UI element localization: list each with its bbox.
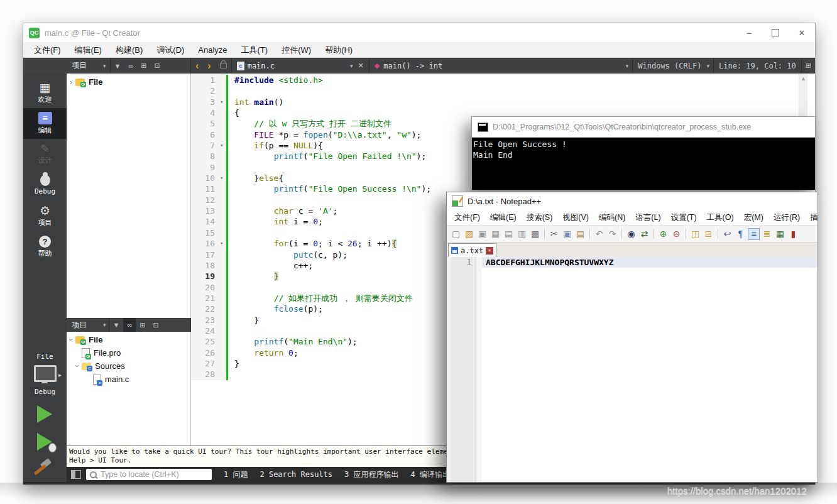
mode-help[interactable]: ? 帮助 [23, 231, 67, 262]
panel-title[interactable]: 项目 [72, 320, 87, 331]
save-icon[interactable]: ▣ [476, 228, 488, 240]
word-wrap-icon[interactable]: ↩ [721, 228, 733, 240]
fold-marker-icon[interactable]: ▾ [217, 97, 226, 107]
run-button[interactable] [37, 405, 52, 423]
fold-marker-icon[interactable]: ▾ [217, 173, 226, 184]
menu-analyze[interactable]: Analyze [191, 42, 234, 58]
output-pane-issues[interactable]: 1 问题 [224, 469, 248, 480]
fold-marker-icon[interactable]: ▾ [217, 140, 226, 151]
link-icon[interactable]: ∞ [124, 58, 137, 74]
split-new-icon[interactable]: ⊞ [137, 58, 150, 74]
collapse-panel-icon[interactable]: ⊡ [150, 58, 163, 74]
maximize-button[interactable] [762, 23, 789, 42]
show-all-chars-icon[interactable]: ¶ [735, 228, 747, 240]
npp-menu-file[interactable]: 文件(F) [449, 212, 485, 223]
menu-file[interactable]: 文件(F) [27, 42, 68, 58]
mode-edit[interactable]: ≡ 编辑 [23, 108, 67, 139]
tree-item-project-root[interactable]: › Qt File [67, 333, 190, 346]
tree-item-sources[interactable]: › C Sources [67, 359, 190, 373]
tree-item-main-c[interactable]: c main.c [67, 373, 190, 386]
menu-window[interactable]: 控件(W) [275, 42, 318, 58]
close-all-icon[interactable]: ▥ [516, 228, 528, 240]
tab-a-txt[interactable]: a.txt ✕ [448, 243, 496, 257]
zoom-out-icon[interactable]: ⊖ [670, 228, 682, 240]
output-pane-compile[interactable]: 4 编译输出 [411, 469, 447, 480]
npp-menu-run[interactable]: 运行(R) [769, 212, 805, 223]
sync-vertical-icon[interactable]: ◫ [689, 228, 701, 240]
split-new-icon[interactable]: ⊞ [136, 318, 149, 332]
document-line[interactable]: 1 ABCDEFGHIJKLMNOPQRSTUVWXYZ [447, 257, 818, 268]
filter-icon[interactable]: ▼ [110, 58, 125, 74]
chevron-down-icon[interactable]: ▾ [103, 63, 106, 69]
close-button[interactable]: ✕ [789, 23, 815, 42]
chevron-right-icon[interactable]: › [67, 77, 75, 87]
menu-build[interactable]: 构建(B) [109, 42, 150, 58]
chevron-open-icon[interactable]: › [67, 336, 76, 344]
replace-icon[interactable]: ⇄ [638, 228, 650, 240]
mode-projects[interactable]: ⚙ 项目 [23, 200, 67, 231]
code-line[interactable]: 1#include <stdio.h> [191, 75, 807, 85]
function-list-icon[interactable]: ≣ [761, 228, 773, 240]
open-folder-icon[interactable]: ▨ [463, 228, 475, 240]
indent-guide-icon[interactable]: ≡ [748, 228, 760, 240]
zoom-in-icon[interactable]: ⊕ [657, 228, 669, 240]
code-line[interactable]: 2 [191, 85, 807, 96]
save-all-icon[interactable]: ▦ [490, 228, 501, 240]
sync-horizontal-icon[interactable]: ⊟ [703, 228, 714, 240]
panel-title[interactable]: 项目 [72, 60, 87, 71]
close-document-icon[interactable]: ✕ [353, 62, 369, 70]
forward-icon[interactable]: › [203, 59, 215, 73]
find-icon[interactable]: ◉ [625, 228, 637, 240]
filter-icon[interactable]: ▼ [109, 318, 124, 332]
npp-menu-plugins[interactable]: 插件(P) [805, 212, 818, 223]
npp-menu-language[interactable]: 语言(L) [630, 212, 665, 223]
doc-switcher-icon[interactable]: ▮ [787, 228, 799, 240]
npp-menu-settings[interactable]: 设置(T) [666, 212, 702, 223]
doc-map-icon[interactable]: ▦ [774, 228, 786, 240]
copy-icon[interactable]: ▣ [561, 228, 573, 240]
mode-welcome[interactable]: ▦ 欢迎 [23, 77, 67, 108]
paste-icon[interactable]: ▤ [574, 228, 586, 240]
menu-tools[interactable]: 工具(T) [234, 42, 275, 58]
cut-icon[interactable]: ✂ [548, 228, 560, 240]
npp-menu-search[interactable]: 搜索(S) [522, 212, 558, 223]
npp-menu-view[interactable]: 视图(V) [557, 212, 594, 223]
npp-document[interactable]: 1 ABCDEFGHIJKLMNOPQRSTUVWXYZ [447, 257, 818, 482]
mode-debug[interactable]: Debug [23, 170, 67, 200]
close-icon[interactable]: ▤ [503, 228, 515, 240]
npp-menu-tools[interactable]: 工具(O) [702, 212, 739, 223]
line-ending-selector[interactable]: Windows (CRLF) ▾ [633, 58, 714, 74]
collapse-panel-icon[interactable]: ⊡ [149, 318, 162, 332]
output-pane-search[interactable]: 2 Search Results [260, 470, 332, 479]
chevron-down-icon[interactable]: ▾ [103, 322, 106, 328]
fold-marker-icon[interactable]: ▾ [217, 238, 226, 249]
npp-menu-macro[interactable]: 宏(M) [739, 212, 769, 223]
locator-input[interactable] [99, 469, 202, 479]
code-line[interactable]: 3▾int main() [191, 97, 807, 107]
chevron-open-icon[interactable]: › [73, 362, 82, 371]
npp-menu-encoding[interactable]: 编码(N) [594, 212, 630, 223]
document-empty-area[interactable] [447, 268, 818, 482]
split-editor-control[interactable]: ⊞ [802, 58, 815, 74]
kit-monitor-icon[interactable] [34, 365, 57, 382]
minimize-button[interactable]: – [736, 23, 762, 42]
chevron-down-icon[interactable]: ▾ [626, 63, 629, 69]
print-icon[interactable]: ▩ [529, 228, 541, 240]
symbol-selector[interactable]: ◆ main() -> int ▾ [369, 58, 633, 74]
tree-item-pro-file[interactable]: Qt File.pro [67, 346, 190, 359]
redo-icon[interactable]: ↷ [606, 228, 618, 240]
npp-menu-edit[interactable]: 编辑(E) [485, 212, 522, 223]
tab-close-icon[interactable]: ✕ [486, 247, 493, 255]
menu-edit[interactable]: 编辑(E) [68, 42, 109, 58]
build-button[interactable] [32, 458, 55, 479]
menu-debug[interactable]: 调试(D) [150, 42, 191, 58]
locator-box[interactable] [86, 469, 212, 480]
output-pane-app-output[interactable]: 3 应用程序输出 [344, 469, 398, 480]
undo-icon[interactable]: ↶ [593, 228, 605, 240]
link-icon[interactable]: ∞ [123, 318, 136, 332]
open-file-tab[interactable]: c main.c ▾ ✕ [232, 58, 369, 74]
back-icon[interactable]: ‹ [191, 59, 203, 73]
tree-item-project-root[interactable]: › Qt File [67, 75, 190, 89]
menu-help[interactable]: 帮助(H) [318, 42, 359, 58]
toggle-sidebar-icon[interactable] [71, 470, 81, 479]
